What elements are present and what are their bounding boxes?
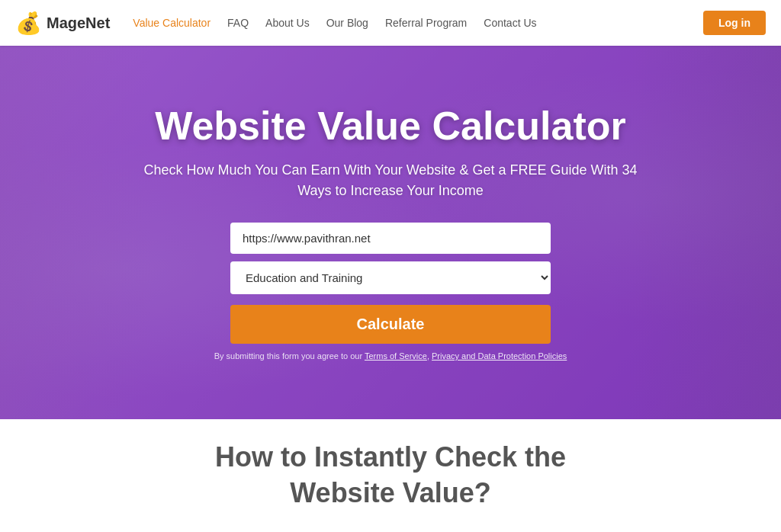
terms-text: By submitting this form you agree to our… <box>139 351 642 361</box>
header: 💰 MageNet Value Calculator FAQ About Us … <box>0 0 781 46</box>
nav-value-calculator[interactable]: Value Calculator <box>133 17 211 29</box>
logo[interactable]: 💰 MageNet <box>15 11 110 36</box>
calculate-button[interactable]: Calculate <box>230 305 551 344</box>
hero-section: Website Value Calculator Check How Much … <box>0 46 781 419</box>
bottom-section: How to Instantly Check theWebsite Value? <box>0 419 781 532</box>
terms-link[interactable]: Terms of Service <box>365 351 427 361</box>
nav-about-us[interactable]: About Us <box>265 17 310 29</box>
main-nav: Value Calculator FAQ About Us Our Blog R… <box>133 17 703 29</box>
nav-contact-us[interactable]: Contact Us <box>484 17 536 29</box>
hero-content: Website Value Calculator Check How Much … <box>124 89 657 376</box>
login-button[interactable]: Log in <box>703 11 766 35</box>
logo-icon: 💰 <box>15 11 42 36</box>
privacy-link[interactable]: Privacy and Data Protection Policies <box>432 351 567 361</box>
hero-subtitle: Check How Much You Can Earn With Your We… <box>139 160 642 201</box>
logo-text: MageNet <box>47 14 110 32</box>
nav-referral-program[interactable]: Referral Program <box>385 17 467 29</box>
nav-faq[interactable]: FAQ <box>227 17 249 29</box>
nav-our-blog[interactable]: Our Blog <box>326 17 368 29</box>
url-input[interactable] <box>230 223 551 254</box>
hero-title: Website Value Calculator <box>139 104 642 148</box>
category-select[interactable]: Education and Training Business Technolo… <box>230 261 551 294</box>
bottom-title: How to Instantly Check theWebsite Value? <box>215 440 566 511</box>
